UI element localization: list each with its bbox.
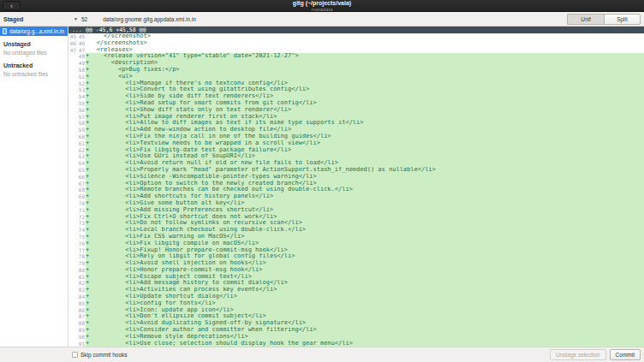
old-line-number [69,247,77,254]
diff-line[interactable]: 4545 </screenshot> [69,33,644,40]
checkbox-box-icon[interactable] [72,352,78,358]
diff-line[interactable]: 80+ <li>Honor prepare-commit-msg hook</l… [69,267,644,274]
hunk-gutter-ellipsis: ... [69,27,86,33]
diff-line[interactable]: 81+ <li>Escape subject commit text</li> [69,274,644,281]
diff-line-code: + <li>Don't ellipsize commit subject</li… [86,313,644,320]
diff-line[interactable]: 74+ <li>Local branch checkout using doub… [69,227,644,234]
diff-line[interactable]: 53+ <li>Convert to text using gitattribu… [69,86,644,93]
diff-line-code: + <li>Do not follow symlinks on recursiv… [86,220,644,227]
new-line-number: 51 [77,74,86,80]
diff-line-code: + <release version="41" type="stable" da… [86,53,644,60]
diff-line[interactable]: 70+ <li>Give some button alt key</li> [69,200,644,207]
old-line-number [69,120,77,127]
old-line-number: 45 [69,33,77,40]
diff-line[interactable]: 77+ <li>Fixup! Honor prepare-commit-msg … [69,247,644,254]
diff-line[interactable]: 66+ <li>Silence -Wincompatible-pointer-t… [69,174,644,181]
old-line-number [69,80,77,87]
diff-line[interactable]: 49+ <description> [69,60,644,67]
diff-line[interactable]: 4747 <releases> [69,47,644,54]
diff-line[interactable]: 79+ <li>Avoid shell injection on hooks</… [69,260,644,267]
diff-line[interactable]: 56+ <li>Show diff stats only on text ren… [69,107,644,114]
new-line-number: 52 [77,80,86,87]
diff-line-code: + <li>Side by side diff text renderers</… [86,93,644,100]
staged-file-item[interactable]: data/org.g...a.xml.in.in [0,27,68,36]
hunk-header[interactable]: ... @@ -45,6 +45,58 @@ [69,27,644,33]
new-line-number: 80 [77,267,86,274]
untracked-section-header: Untracked [0,57,68,69]
diff-view[interactable]: ... @@ -45,6 +45,58 @@ 4545 </screenshot… [69,27,644,347]
split-view-button[interactable]: Split [604,14,641,25]
diff-line[interactable]: 4646 </screenshots> [69,40,644,47]
diff-line[interactable]: 82+ <li>Add message history to commit di… [69,280,644,287]
old-line-number [69,67,77,74]
commit-button[interactable]: Commit [610,349,641,360]
diff-line-code: + <li>Use GUri instead of SoupURI</li> [86,153,644,160]
new-line-number: 57 [77,114,86,121]
diff-line[interactable]: 65+ <li>Properly mark "head" parameter o… [69,167,644,174]
diff-line[interactable]: 91+ <li>Use close; selection should disp… [69,341,644,347]
diff-line[interactable]: 72+ <li>Fix Ctrl+O shortcut does not wor… [69,214,644,221]
diff-line[interactable]: 71+ <li>Add missing Preferences shortcut… [69,207,644,214]
diff-line-code: + <li>Consider author and committer when… [86,327,644,334]
old-line-number [69,107,77,114]
diff-line[interactable]: 64+ <li>Avoid return null if old or new … [69,160,644,167]
old-line-number [69,100,77,107]
new-line-number: 79 [77,260,86,267]
commit-files-sidebar: data/org.g...a.xml.in.in Unstaged No uns… [0,27,69,347]
diff-line-code: + <li>Fixup! Honor prepare-commit-msg ho… [86,247,644,254]
diff-line[interactable]: 87+ <li>Don't ellipsize commit subject</… [69,313,644,320]
diff-line[interactable]: 89+ <li>Consider author and committer wh… [69,327,644,334]
old-line-number [69,307,77,314]
diff-line[interactable]: 73+ <li>Do not follow symlinks on recurs… [69,220,644,227]
diff-line[interactable]: 68+ <li>Remote branches can be checked o… [69,187,644,193]
diff-line[interactable]: 63+ <li>Use GUri instead of SoupURI</li> [69,153,644,160]
diff-line[interactable]: 62+ <li>Fix libgitg-date test package fa… [69,147,644,154]
new-line-number: 60 [77,134,86,140]
old-line-number [69,174,77,181]
diff-line[interactable]: 48+ <release version="41" type="stable" … [69,53,644,60]
diff-line-code: + <li>Avoid return null if old or new fi… [86,160,644,167]
diff-line[interactable]: 83+ <li>Activities can process key event… [69,287,644,294]
new-line-number: 45 [77,33,86,40]
diff-line-code: + <li>Give some button alt key</li> [86,200,644,207]
diff-line[interactable]: 69+ <li>Add shortcuts for history panels… [69,193,644,200]
diff-line-code: + <li>Properly mark "head" parameter of … [86,167,644,174]
diff-line[interactable]: 54+ <li>Side by side diff text renderers… [69,93,644,100]
diff-line[interactable]: 78+ <li>Rely on libgit for global config… [69,253,644,260]
gitg-window: ‹ gitg (~/projects/vala) metadata Staged… [0,0,644,362]
old-line-number [69,287,77,294]
diff-collapse-expander-icon[interactable]: ▼ [74,16,78,21]
new-line-number: 78 [77,253,86,260]
diff-line[interactable]: 55+ <li>Read setup for smart commits fro… [69,100,644,107]
diff-line[interactable]: 84+ <li>Update shortcut dialog</li> [69,294,644,300]
diff-line-code: + <ul> [86,74,644,80]
unified-view-button[interactable]: Unif [567,14,604,25]
new-line-number: 63 [77,153,86,160]
diff-line[interactable]: 51+ <ul> [69,74,644,80]
diff-line[interactable]: 75+ <li>Fix CSS warning on MacOS</li> [69,234,644,240]
diff-line[interactable]: 57+ <li>Put image renderer first on stac… [69,114,644,121]
diff-line-code: + <description> [86,60,644,67]
diff-line[interactable]: 86+ <li>Icon: update app icon</li> [69,307,644,314]
diff-line[interactable]: 88+ <li>Avoid duplicating Signed-off-by … [69,320,644,327]
unstage-selection-button[interactable]: Unstage selection [550,349,606,360]
diff-line[interactable]: 67+ <li>Option to switch to the newly cr… [69,181,644,187]
diff-line[interactable]: 60+ <li>Fix the ninja call in one of the… [69,134,644,140]
diff-line[interactable]: 76+ <li>Fix libgitg compile on macOS</li… [69,240,644,247]
old-line-number [69,207,77,214]
old-line-number [69,260,77,267]
diff-line[interactable]: 58+ <li>Allow to diff images as text if … [69,120,644,127]
new-line-number: 89 [77,327,86,334]
diff-line[interactable]: 50+ <p>Bug fixes:</p> [69,67,644,74]
diff-line[interactable]: 61+ <li>Textview needs to be wrapped in … [69,140,644,147]
diff-line[interactable]: 90+ <li>Remove style deprecations</li> [69,334,644,341]
diff-line[interactable]: 85+ <li>config for fonts</li> [69,300,644,307]
commit-action-bar: Skip commit hooks Unstage selection Comm… [0,347,644,362]
diff-line-code: + <li>Use close; selection should displa… [86,341,644,347]
back-button[interactable]: ‹ [3,1,21,10]
skip-commit-hooks-checkbox[interactable]: Skip commit hooks [72,352,128,358]
diff-line[interactable]: 52+ <li>Manage if there's no textconv co… [69,80,644,87]
old-line-number [69,334,77,341]
diff-line[interactable]: 59+ <li>Add new-window action to desktop… [69,127,644,134]
diff-line-code: + <li>Fix CSS warning on MacOS</li> [86,234,644,240]
